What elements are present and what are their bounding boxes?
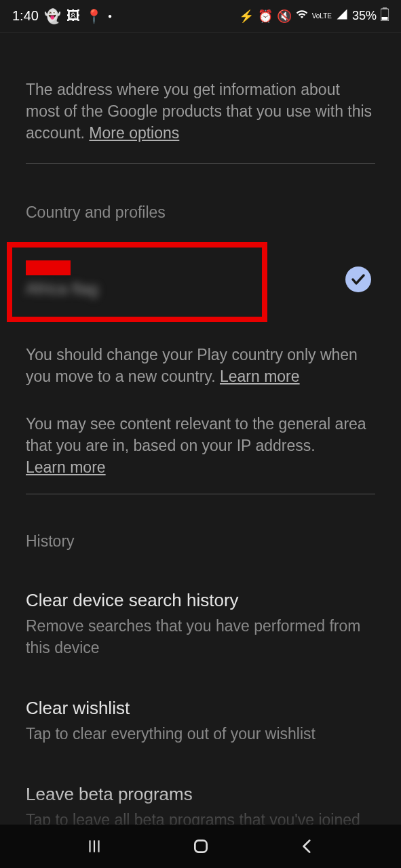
battery-percent: 35% (352, 9, 377, 23)
desc1-text: You should change your Play country only… (26, 346, 358, 385)
item-title: Clear device search history (26, 590, 375, 611)
svg-rect-2 (382, 17, 388, 20)
desc2-text: You may see content relevant to the gene… (26, 415, 366, 454)
leave-beta-item[interactable]: Leave beta programs Tap to leave all bet… (26, 784, 375, 831)
selected-check-icon (345, 267, 371, 292)
redacted-profile-text: Africa flag (26, 279, 98, 298)
item-subtitle: Tap to clear everything out of your wish… (26, 723, 375, 745)
svg-rect-1 (383, 7, 387, 9)
clear-search-history-item[interactable]: Clear device search history Remove searc… (26, 590, 375, 658)
status-left: 1:40 👻 🖼 📍 ● (12, 8, 112, 24)
country-heading: Country and profiles (26, 203, 375, 222)
address-text: The address where you get information ab… (26, 81, 372, 142)
back-button[interactable] (294, 833, 321, 860)
divider (26, 163, 375, 164)
redacted-country-name (26, 260, 71, 275)
learn-more-ip-link[interactable]: Learn more (26, 458, 106, 476)
ip-content-description: You may see content relevant to the gene… (26, 413, 375, 479)
gallery-icon: 🖼 (66, 8, 80, 24)
svg-rect-6 (195, 840, 206, 852)
country-profile-row[interactable]: Africa flag (26, 242, 375, 317)
more-options-link[interactable]: More options (89, 124, 179, 142)
settings-content[interactable]: The address where you get information ab… (0, 79, 401, 831)
item-subtitle: Remove searches that you have performed … (26, 615, 375, 658)
dot-icon: ● (108, 12, 112, 20)
signal-icon (336, 8, 348, 24)
snapchat-icon: 👻 (44, 8, 61, 24)
item-title: Clear wishlist (26, 698, 375, 719)
status-right: ⚡ ⏰ 🔇 VoLTE 35% (239, 7, 389, 24)
home-button[interactable] (187, 833, 214, 860)
history-heading: History (26, 532, 375, 551)
mute-icon: 🔇 (277, 9, 292, 24)
divider (26, 494, 375, 494)
learn-more-country-link[interactable]: Learn more (220, 368, 300, 385)
alarm-icon: ⏰ (258, 9, 273, 24)
item-title: Leave beta programs (26, 784, 375, 805)
battery-saver-icon: ⚡ (239, 9, 254, 24)
status-time: 1:40 (12, 8, 39, 24)
clear-wishlist-item[interactable]: Clear wishlist Tap to clear everything o… (26, 698, 375, 745)
wifi-icon (296, 8, 308, 24)
country-change-description: You should change your Play country only… (26, 344, 375, 387)
battery-icon (381, 7, 389, 24)
volte-icon: VoLTE (312, 12, 332, 20)
status-bar: 1:40 👻 🖼 📍 ● ⚡ ⏰ 🔇 VoLTE 35% (0, 0, 401, 33)
address-description: The address where you get information ab… (26, 79, 375, 144)
recents-button[interactable] (81, 833, 108, 860)
navigation-bar (0, 825, 401, 868)
location-icon: 📍 (85, 8, 102, 24)
